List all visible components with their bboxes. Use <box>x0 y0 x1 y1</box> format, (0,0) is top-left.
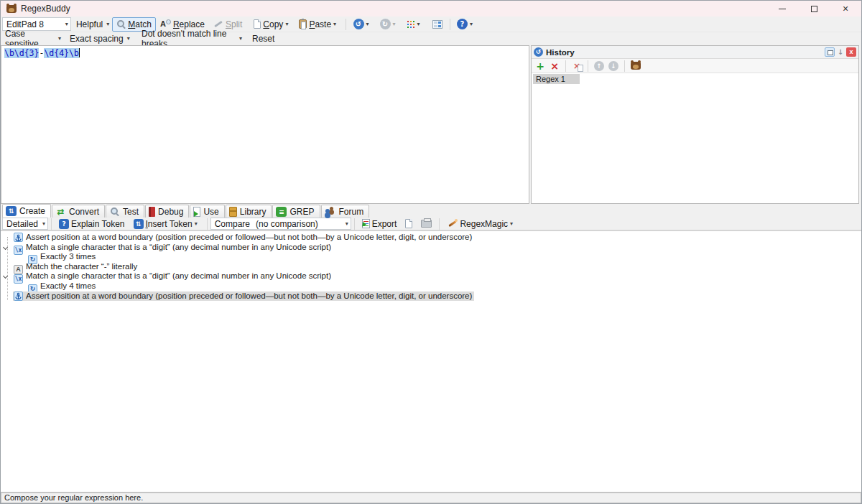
dot-matching-combo[interactable]: Dot doesn't match line breaks ▾ <box>139 32 245 46</box>
word-boundary-icon <box>14 233 23 242</box>
layout-button[interactable] <box>428 17 447 32</box>
tree-row-label: Assert position at a word boundary (posi… <box>26 233 472 241</box>
tab-debug[interactable]: Debug <box>145 205 189 218</box>
tab-grep[interactable]: ≡ GREP <box>272 205 320 218</box>
undo-button[interactable]: ↺ ▾ <box>349 17 376 32</box>
print-icon <box>421 220 432 228</box>
history-move-down-button[interactable]: ↓ <box>607 60 620 73</box>
tree-row-digit-class[interactable]: \xMatch a single character that is a “di… <box>1 271 861 281</box>
regexmagic-button[interactable]: RegexMagic ▾ <box>442 218 519 230</box>
history-list-item[interactable]: Regex 1 <box>533 74 580 84</box>
main-area: \b\d{3}-\d{4}\b ↺ History ↓ x + × × ↑ ↓ <box>1 45 861 204</box>
regex-token: \b\d{3} <box>4 48 39 58</box>
bear-icon <box>631 62 641 70</box>
chevron-down-icon: ▾ <box>42 221 45 227</box>
tree-row-label: Match a single character that is a “digi… <box>26 243 331 251</box>
explain-token-button[interactable]: ? Explain Token <box>55 218 129 230</box>
tree-row-word-boundary[interactable]: Assert position at a word boundary (posi… <box>1 233 861 243</box>
redo-dropdown-icon: ▾ <box>391 21 398 27</box>
colors-dropdown-icon[interactable]: ▾ <box>415 21 422 27</box>
status-message: Compose your regular expression here. <box>1 493 861 503</box>
chevron-down-icon: ▾ <box>239 36 242 42</box>
copy-dropdown-icon[interactable]: ▾ <box>283 21 290 27</box>
case-sensitivity-combo[interactable]: Case sensitive ▾ <box>2 32 64 46</box>
tab-library[interactable]: Library <box>226 205 272 218</box>
replace-icon: A <box>160 19 171 29</box>
reset-button-label: Reset <box>252 34 274 44</box>
history-move-up-button[interactable]: ↑ <box>593 60 606 73</box>
spacing-combo[interactable]: Exact spacing ▾ <box>67 32 134 46</box>
history-delete-all-button[interactable]: × <box>570 60 583 73</box>
history-delete-button[interactable]: × <box>548 60 561 73</box>
minimize-button[interactable] <box>766 1 798 17</box>
toolbar-separator <box>624 60 625 72</box>
status-bar: Compose your regular expression here. <box>1 492 861 503</box>
tab-test[interactable]: Test <box>106 205 144 218</box>
tree-row-digit-class[interactable]: \xMatch a single character that is a “di… <box>1 243 861 253</box>
tree-row-quantifier[interactable]: ↻Exactly 4 times <box>1 281 861 291</box>
tab-forum[interactable]: Forum <box>321 205 370 218</box>
pin-icon[interactable]: ↓ <box>837 47 844 57</box>
help-dropdown-icon[interactable]: ▾ <box>468 21 475 27</box>
close-icon: × <box>843 4 848 14</box>
redo-button[interactable]: ↻ ▾ <box>376 17 402 32</box>
history-regexbuddy-button[interactable] <box>629 60 642 73</box>
match-magnifier-icon <box>116 19 126 29</box>
paste-icon <box>299 19 307 29</box>
tab-convert[interactable]: ⇄ Convert <box>52 205 105 218</box>
convert-icon: ⇄ <box>55 207 66 217</box>
options-toolbar: Case sensitive ▾ Exact spacing ▾ Dot doe… <box>1 32 861 45</box>
tree-row-quantifier[interactable]: ↻Exactly 3 times <box>1 252 861 262</box>
dock-restore-icon[interactable] <box>825 47 835 57</box>
history-list[interactable]: Regex 1 <box>532 73 858 203</box>
maximize-button[interactable] <box>798 1 830 17</box>
tab-create[interactable]: ⇅ Create <box>2 204 51 218</box>
match-button-label: Match <box>128 19 152 29</box>
colors-button[interactable]: ▾ <box>402 17 427 32</box>
compare-combo[interactable]: Compare (no comparison) ▾ <box>210 218 351 230</box>
new-file-button[interactable] <box>401 218 417 230</box>
tab-use[interactable]: Use <box>190 205 224 218</box>
insert-token-button[interactable]: ⇅ Insert Token ▾ <box>129 218 204 230</box>
tree-row-word-boundary[interactable]: Assert position at a word boundary (posi… <box>1 291 861 302</box>
chevron-down-icon: ▾ <box>65 22 68 27</box>
paste-dropdown-icon[interactable]: ▾ <box>331 21 338 27</box>
main-tabstrip: ⇅ Create ⇄ Convert Test Debug Use Librar… <box>1 204 861 218</box>
collapse-chevron-icon[interactable] <box>3 274 8 279</box>
copy-button[interactable]: Copy ▾ <box>249 17 295 32</box>
help-button[interactable]: ? ▾ <box>453 17 479 32</box>
tree-row-literal[interactable]: AMatch the character “-” literally <box>1 262 861 272</box>
chevron-down-icon: ▾ <box>58 36 61 42</box>
print-button[interactable] <box>417 218 436 230</box>
panel-close-icon[interactable]: x <box>846 47 856 57</box>
regex-explanation-tree[interactable]: Assert position at a word boundary (posi… <box>1 230 861 492</box>
regex-token: \d{4}\b <box>44 48 78 58</box>
detail-level-combo[interactable]: Detailed ▾ <box>2 218 48 230</box>
history-add-button[interactable]: + <box>534 60 547 73</box>
maximize-icon <box>811 6 817 12</box>
redo-icon: ↻ <box>380 19 391 29</box>
regexbuddy-logo-icon <box>6 5 17 13</box>
export-icon <box>362 219 370 228</box>
compare-label: Compare <box>215 219 250 229</box>
close-button[interactable]: × <box>830 1 861 17</box>
text-caret <box>79 48 80 57</box>
undo-dropdown-icon[interactable]: ▾ <box>364 21 371 27</box>
paste-button[interactable]: Paste ▾ <box>295 17 343 32</box>
tab-convert-label: Convert <box>69 207 99 217</box>
copy-icon <box>254 19 261 29</box>
regexmagic-dropdown-icon[interactable]: ▾ <box>508 220 515 227</box>
regex-editor[interactable]: \b\d{3}-\d{4}\b <box>1 45 529 204</box>
library-icon <box>229 207 237 217</box>
helpfulness-combo[interactable]: Helpful ▾ <box>73 17 112 31</box>
window-controls: × <box>766 1 861 17</box>
history-panel: ↺ History ↓ x + × × ↑ ↓ Regex 1 <box>531 45 859 204</box>
export-button[interactable]: Export <box>358 218 402 230</box>
collapse-chevron-icon[interactable] <box>3 245 8 250</box>
toolbar-separator <box>439 218 440 230</box>
reset-button[interactable]: Reset <box>248 32 279 46</box>
insert-token-dropdown-icon[interactable]: ▾ <box>193 220 200 227</box>
forum-icon <box>325 207 336 217</box>
tab-library-label: Library <box>240 207 267 217</box>
application-combo-value: EditPad 8 <box>6 19 44 29</box>
